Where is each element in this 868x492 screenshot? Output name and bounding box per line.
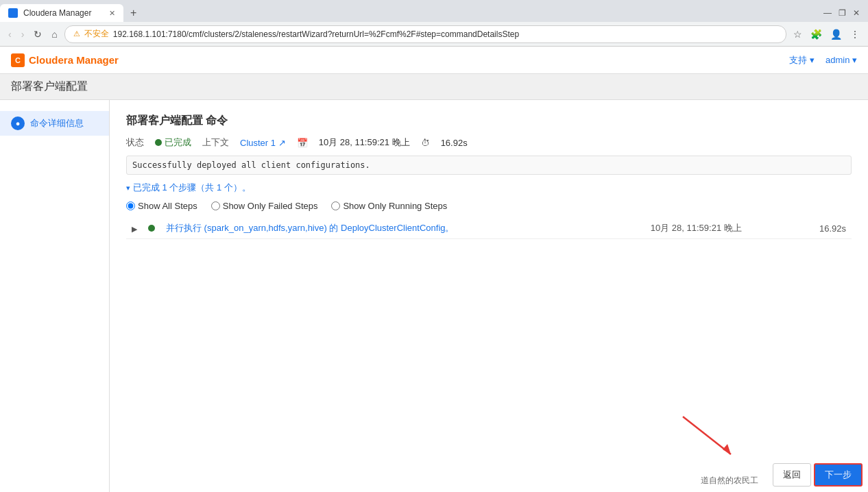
tab-bar: Cloudera Manager ✕ + — ❐ ✕ — [0, 0, 868, 22]
close-window-button[interactable]: ✕ — [850, 8, 863, 18]
cluster-link[interactable]: Cluster 1 ↗ — [240, 138, 286, 148]
maximize-button[interactable]: ❐ — [836, 8, 849, 18]
radio-failed-input[interactable] — [211, 201, 220, 210]
security-icon: ⚠ — [73, 29, 80, 38]
step-time: 10月 28, 11:59:21 晚上 — [645, 218, 810, 239]
bookmark-icon[interactable]: ☆ — [791, 27, 805, 41]
admin-link[interactable]: admin ▾ — [825, 55, 857, 65]
browser-tab[interactable]: Cloudera Manager ✕ — [0, 4, 123, 22]
menu-icon[interactable]: ⋮ — [847, 27, 863, 41]
radio-group: Show All Steps Show Only Failed Steps Sh… — [126, 201, 852, 211]
radio-all-steps[interactable]: Show All Steps — [126, 201, 197, 211]
status-value: 已完成 — [155, 136, 191, 149]
window-controls: — ❐ ✕ — [821, 8, 868, 18]
step-name[interactable]: 并行执行 (spark_on_yarn,hdfs,yarn,hive) 的 De… — [160, 218, 645, 239]
content-area: 部署客户端配置 命令 状态 已完成 上下文 Cluster 1 ↗ 📅 10月 … — [110, 100, 868, 492]
security-label: 不安全 — [84, 28, 109, 40]
step-duration: 16.92s — [810, 218, 852, 239]
app-header: C Cloudera Manager 支持 ▾ admin ▾ — [0, 47, 868, 74]
home-button[interactable]: ⌂ — [49, 26, 60, 42]
sidebar-item-command-details[interactable]: ● 命令详细信息 — [0, 111, 109, 136]
support-link[interactable]: 支持 ▾ — [789, 54, 815, 66]
logo-icon: C — [11, 53, 25, 67]
page-title-bar: 部署客户端配置 — [0, 74, 868, 100]
steps-table: ▶ 并行执行 (spark_on_yarn,hdfs,yarn,hive) 的 … — [126, 218, 852, 239]
app-name: Cloudera Manager — [29, 54, 119, 66]
status-row: 状态 已完成 上下文 Cluster 1 ↗ 📅 10月 28, 11:59:2… — [126, 136, 852, 149]
sidebar: ● 命令详细信息 — [0, 100, 110, 492]
step-expand-icon[interactable]: ▶ — [132, 225, 137, 233]
bottom-bar: 返回 下一步 — [767, 458, 868, 492]
forward-button[interactable]: › — [19, 26, 27, 42]
duration-value: 16.92s — [441, 138, 468, 148]
step-status-icon — [148, 225, 155, 232]
back-button[interactable]: ‹ — [5, 26, 14, 42]
browser-chrome: Cloudera Manager ✕ + — ❐ ✕ ‹ › ↻ ⌂ ⚠ 不安全… — [0, 0, 868, 47]
back-button[interactable]: 返回 — [773, 463, 811, 487]
sidebar-item-label: 命令详细信息 — [30, 117, 84, 130]
app-logo: C Cloudera Manager — [11, 53, 119, 67]
page-title: 部署客户端配置 — [11, 80, 88, 92]
radio-failed-steps[interactable]: Show Only Failed Steps — [211, 201, 318, 211]
radio-all-input[interactable] — [126, 201, 135, 210]
new-tab-button[interactable]: + — [126, 7, 141, 19]
extension-icon[interactable]: 🧩 — [808, 27, 825, 41]
status-dot — [155, 139, 162, 146]
calendar-icon: 📅 — [297, 138, 308, 148]
console-output: Successfully deployed all client configu… — [126, 156, 852, 175]
completed-header[interactable]: ▾ 已完成 1 个步骤（共 1 个）。 — [126, 182, 852, 194]
address-bar: ‹ › ↻ ⌂ ⚠ 不安全 192.168.1.101:7180/cmf/clu… — [0, 22, 868, 47]
address-input[interactable]: ⚠ 不安全 192.168.1.101:7180/cmf/clusters/2/… — [64, 25, 786, 43]
tab-title: Cloudera Manager — [23, 8, 91, 18]
status-label: 状态 — [126, 136, 144, 149]
table-row: ▶ 并行执行 (spark_on_yarn,hdfs,yarn,hive) 的 … — [126, 218, 852, 239]
next-button[interactable]: 下一步 — [814, 463, 863, 487]
url-text: 192.168.1.101:7180/cmf/clusters/2/stalen… — [113, 29, 519, 39]
section-title: 部署客户端配置 命令 — [126, 114, 852, 128]
context-label: 上下文 — [202, 136, 229, 149]
chevron-icon: ▾ — [126, 184, 130, 193]
header-right: 支持 ▾ admin ▾ — [789, 54, 857, 66]
clock-icon: ⏱ — [421, 138, 430, 148]
minimize-button[interactable]: — — [821, 8, 834, 18]
tab-favicon — [8, 8, 18, 18]
step-circle: ● — [11, 116, 25, 130]
tab-close-button[interactable]: ✕ — [109, 9, 115, 18]
radio-running-input[interactable] — [331, 201, 340, 210]
profile-icon[interactable]: 👤 — [828, 27, 845, 41]
browser-actions: ☆ 🧩 👤 ⋮ — [791, 27, 863, 41]
main-layout: ● 命令详细信息 部署客户端配置 命令 状态 已完成 上下文 Cluster 1… — [0, 100, 868, 492]
reload-button[interactable]: ↻ — [31, 26, 45, 42]
radio-running-steps[interactable]: Show Only Running Steps — [331, 201, 447, 211]
date-value: 10月 28, 11:59:21 晚上 — [319, 136, 410, 149]
